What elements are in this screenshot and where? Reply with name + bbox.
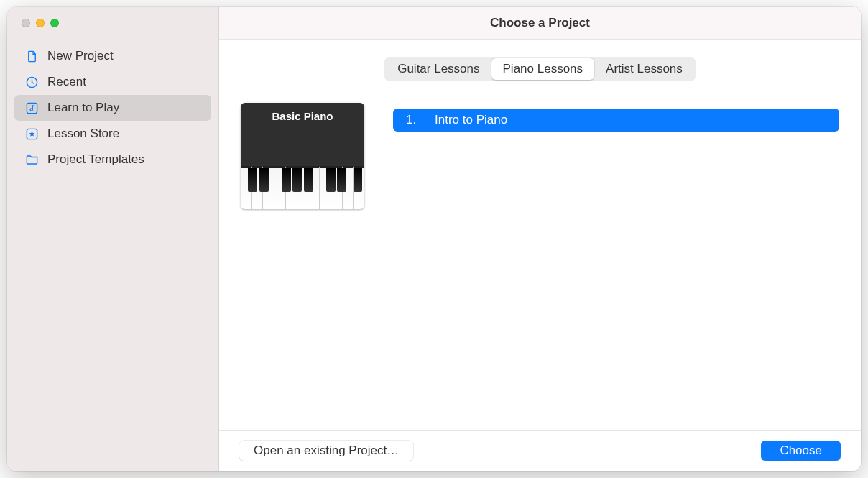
sidebar-item-label: New Project	[47, 49, 114, 63]
sidebar-item-label: Project Templates	[47, 152, 144, 167]
thumbnail-column: Basic Piano	[241, 103, 364, 209]
sidebar-list: New Project Recent Learn to Play Lesson …	[7, 43, 218, 173]
detail-pane	[219, 387, 861, 430]
lesson-type-tabs: Guitar Lessons Piano Lessons Artist Less…	[219, 40, 861, 88]
tab-piano-lessons[interactable]: Piano Lessons	[491, 58, 595, 80]
svg-rect-1	[27, 103, 37, 113]
choose-button[interactable]: Choose	[761, 441, 841, 461]
spacer	[219, 209, 861, 387]
lesson-pack-thumbnail[interactable]: Basic Piano	[241, 103, 364, 209]
lesson-list: 1. Intro to Piano	[393, 103, 839, 209]
maximize-window-button[interactable]	[50, 19, 59, 27]
project-chooser-window: New Project Recent Learn to Play Lesson …	[7, 7, 861, 471]
sidebar-item-label: Recent	[47, 75, 86, 89]
content-area: Guitar Lessons Piano Lessons Artist Less…	[219, 40, 861, 471]
lesson-number: 1.	[406, 113, 419, 127]
sidebar-item-recent[interactable]: Recent	[14, 69, 211, 95]
titlebar: Choose a Project	[219, 7, 861, 40]
sidebar-item-label: Learn to Play	[47, 101, 119, 115]
tab-guitar-lessons[interactable]: Guitar Lessons	[386, 58, 491, 80]
minimize-window-button[interactable]	[36, 19, 45, 27]
sidebar-item-project-templates[interactable]: Project Templates	[14, 147, 211, 173]
thumbnail-title: Basic Piano	[241, 103, 364, 166]
open-existing-project-button[interactable]: Open an existing Project…	[239, 441, 413, 461]
main-panel: Choose a Project Guitar Lessons Piano Le…	[219, 7, 861, 471]
folder-icon	[24, 152, 39, 167]
segmented-control: Guitar Lessons Piano Lessons Artist Less…	[384, 57, 696, 81]
star-square-icon	[24, 127, 39, 141]
tab-artist-lessons[interactable]: Artist Lessons	[594, 58, 694, 80]
page-title: Choose a Project	[490, 16, 590, 30]
close-window-button[interactable]	[22, 19, 30, 27]
document-icon	[24, 49, 39, 63]
lesson-row[interactable]: 1. Intro to Piano	[393, 109, 839, 132]
window-controls	[7, 16, 218, 43]
sidebar-item-lesson-store[interactable]: Lesson Store	[14, 121, 211, 147]
sidebar-item-learn-to-play[interactable]: Learn to Play	[14, 95, 211, 121]
sidebar-item-new-project[interactable]: New Project	[14, 43, 211, 69]
lesson-browser: Basic Piano	[219, 88, 861, 209]
sidebar: New Project Recent Learn to Play Lesson …	[7, 7, 219, 471]
sidebar-item-label: Lesson Store	[47, 127, 119, 141]
music-note-square-icon	[24, 101, 39, 115]
lesson-title: Intro to Piano	[435, 113, 507, 127]
clock-icon	[24, 75, 39, 89]
footer: Open an existing Project… Choose	[219, 430, 861, 471]
piano-keys-illustration	[241, 166, 364, 209]
